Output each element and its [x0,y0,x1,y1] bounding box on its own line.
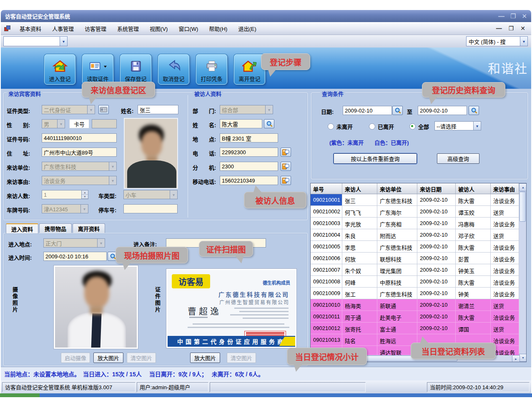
table-row[interactable]: 090210003李光放广东亮相2009-02-10冯惠梅洽谈业务 [311,218,519,229]
table-row[interactable]: 090210007朱个奴理光集团2009-02-10钟美玉洽谈业务 [311,264,519,276]
table-cell[interactable]: 广东德生科技 [377,241,417,253]
radio-selected-icon[interactable] [409,123,416,130]
call-phone-button[interactable] [281,148,291,157]
table-cell[interactable]: 中原科技 [377,276,417,288]
table-cell[interactable]: 朱良 [342,229,377,241]
radio-not-left[interactable]: 未离开 [328,123,353,130]
spin-down-icon[interactable]: ▼ [82,195,88,199]
call-mobile-button[interactable] [281,176,291,185]
menu-system[interactable]: 系统管理 [112,23,144,34]
table-cell[interactable]: 090210007 [311,264,342,276]
table-cell[interactable]: 送货 [491,323,519,334]
table-cell[interactable]: 090210004 [311,229,342,241]
table-cell[interactable]: 冯惠梅 [456,218,491,229]
scrollbar-thumb[interactable] [519,192,526,222]
location-input[interactable]: B幢 2301 室 [220,133,278,143]
leave-register-button[interactable]: 离开登记 [234,54,265,85]
card-no-input[interactable] [92,119,117,128]
table-cell[interactable]: 赴美电子 [377,311,417,323]
table-cell[interactable]: 谭国 [456,323,491,334]
table-cell[interactable]: 李光放 [342,218,377,229]
table-cell[interactable]: 090210003 [311,218,342,229]
table-cell[interactable]: 陆名 [342,334,377,346]
clear-photo-button[interactable]: 清空图片 [127,353,156,363]
table-cell[interactable]: 2009-02-10 [417,241,456,253]
scroll-up-icon[interactable]: ▲ [519,183,527,191]
menu-exit[interactable]: 退出(E) [233,23,261,34]
table-row[interactable]: 090210008何峰中原科技2009-02-10陈大雷洽谈业务 [311,276,519,288]
phone-input[interactable]: 22992300 [220,148,278,157]
table-cell[interactable]: 张寄托 [342,323,377,334]
chevron-down-icon[interactable]: ▾ [520,37,527,46]
close-icon[interactable]: ✕ [522,13,527,20]
column-header[interactable]: 来访事由 [491,183,519,194]
menu-window[interactable]: 窗口(W) [173,23,203,34]
entry-place-select[interactable]: 正大门 ▾ [43,238,105,248]
table-cell[interactable]: 2009-02-10 [417,299,456,311]
table-row[interactable]: 090210005李思广东德生科技2009-02-10陈大雷洽谈业务 [311,241,519,253]
table-cell[interactable]: 新联通 [377,299,417,311]
vehicle-type-select[interactable]: 小车 ▾ [123,190,178,199]
radio-left[interactable]: 已离开 [369,123,394,130]
table-cell[interactable]: 洽谈业务 [491,264,519,276]
column-header[interactable]: 来访人 [342,183,377,194]
table-row[interactable]: 090210010杨海类新联通2009-02-10谢清兰送货 [311,299,519,311]
table-cell[interactable]: 090210011 [311,311,342,323]
table-cell[interactable]: 090210008 [311,276,342,288]
table-cell[interactable]: 2009-02-10 [417,311,456,323]
start-camera-button[interactable]: 启动摄像 [61,353,90,363]
dept-select[interactable]: 综合部 ▾ [220,105,273,114]
language-combobox[interactable]: 中文 (简体) - 搜 ▾ [466,36,528,46]
scroll-down-icon[interactable]: ▼ [519,354,527,362]
table-row[interactable]: 090210001张三广东德生科技2009-02-10陈大雷洽谈业务 [311,194,519,206]
table-cell[interactable]: 送货 [491,229,519,241]
id-number-input[interactable]: 4401111980010 [42,133,117,143]
menu-basic-data[interactable]: 基本资料 [14,23,47,34]
table-cell[interactable]: 彭置 [456,253,491,264]
mdi-minimize-icon[interactable]: — [496,25,502,32]
table-cell[interactable]: 090210013 [311,334,342,346]
table-row[interactable]: 090210006何放联想科技2009-02-10彭置洽谈业务 [311,253,519,264]
vertical-scrollbar[interactable]: ▲ ▼ [519,183,526,362]
table-cell[interactable]: 杨海类 [342,299,377,311]
quick-search-combobox[interactable]: ▾ [3,36,68,46]
advanced-query-button[interactable]: 高级查询 [437,153,479,164]
table-cell[interactable]: 2009-02-10 [417,264,456,276]
table-cell[interactable]: 2009-02-10 [417,194,456,206]
table-cell[interactable]: 洽谈业务 [491,194,519,206]
table-cell[interactable]: 何放 [342,253,377,264]
table-cell[interactable]: 广东海尔 [377,206,417,218]
table-row[interactable]: 090210004朱良附而达2009-02-10邓子欣送货 [311,229,519,241]
date-from-picker-button[interactable] [392,106,403,115]
plate-select[interactable]: 津A12345 ▾ [42,204,88,213]
entry-time-input[interactable]: 2009-02-10 10:16 [43,252,107,261]
table-cell[interactable]: 富士通 [377,323,417,334]
table-cell[interactable]: 理光集团 [377,264,417,276]
table-cell[interactable]: 2009-02-10 [417,323,456,334]
table-cell[interactable]: 何峰 [342,276,377,288]
mdi-restore-icon[interactable]: ❐ [509,25,514,32]
enlarge-photo-button[interactable]: 放大图片 [93,353,123,363]
table-cell[interactable]: 洽谈业务 [491,311,519,323]
table-cell[interactable]: 广东德生科技 [377,288,417,299]
save-register-button[interactable]: 保存登记 [120,54,151,85]
enter-register-button[interactable]: 进入登记 [44,54,75,85]
read-card-button[interactable]: 读取证件 [82,54,113,85]
table-cell[interactable]: 090210006 [311,253,342,264]
table-cell[interactable]: 2009-02-10 [417,229,456,241]
menu-visitor[interactable]: 访客管理 [79,23,112,34]
tab-entry-info[interactable]: 进入资料 [6,223,38,233]
restore-icon[interactable]: ❐ [510,13,516,20]
reason-select[interactable]: 洽谈业务 ▾ [42,176,117,185]
radio-all[interactable]: 全部 [409,123,429,130]
table-cell[interactable]: 送货 [491,299,519,311]
clear-idpic-button[interactable]: 清空图片 [227,353,256,363]
table-cell[interactable]: 090210012 [311,323,342,334]
column-header[interactable]: 单号 [311,183,342,194]
table-cell[interactable]: 钟美玉 [456,264,491,276]
table-cell[interactable]: 陈大雷 [456,241,491,253]
menu-hr[interactable]: 人事管理 [47,23,79,34]
mdi-close-icon[interactable]: ✕ [520,25,525,32]
scroll-right-icon[interactable]: ► [512,355,520,362]
table-cell[interactable]: 张工 [342,288,377,299]
